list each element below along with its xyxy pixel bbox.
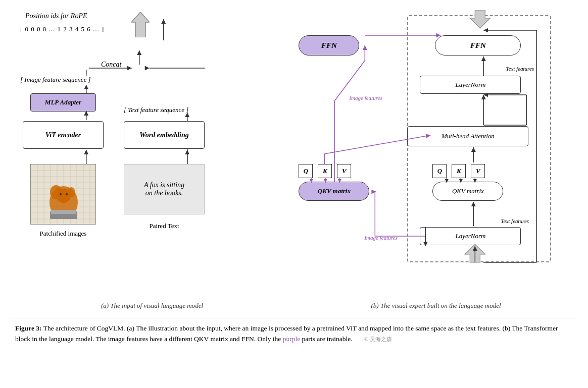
qkv-letters-left: Q K V	[299, 164, 351, 178]
caption-right: (b) The visual expert built on the langu…	[294, 302, 578, 310]
txt-feat-seq-label: [ Text feature sequence ]	[124, 106, 188, 114]
v-left: V	[337, 164, 351, 178]
ffn-right-box: FFN	[435, 35, 521, 56]
figure-description: Figure 3: The architecture of CogVLM. (a…	[10, 318, 578, 345]
patchified-images-label: Patchified images	[30, 230, 96, 238]
k-left: K	[318, 164, 332, 178]
fox-text-box: A fox is sitting on the books.	[124, 164, 205, 214]
svg-rect-41	[51, 210, 76, 214]
k-right: K	[452, 164, 466, 178]
q-left: Q	[299, 164, 313, 178]
text-feat-top-label: Text features	[506, 66, 534, 72]
layernorm-bottom-box: LayerNorm	[420, 227, 521, 245]
caption-left: (a) The input of visual language model	[10, 302, 294, 310]
fox-image	[30, 164, 96, 225]
right-diagram: FFN FFN Text features LayerNorm Image fe…	[283, 5, 578, 298]
svg-marker-50	[465, 244, 485, 262]
right-diagram-inner: FFN FFN Text features LayerNorm Image fe…	[288, 10, 573, 293]
svg-marker-1	[131, 12, 150, 37]
text-feat-bottom-label: Text features	[501, 218, 529, 224]
img-feat-seq-label: [ Image feature sequence ]	[20, 76, 91, 84]
captions-row: (a) The input of visual language model (…	[10, 302, 578, 310]
watermark: © 灵海之森	[364, 336, 392, 342]
figure-label: Figure 3:	[15, 324, 42, 332]
pos-ids-label: Position ids for RoPE	[25, 12, 87, 20]
paired-text-label: Paired Text	[124, 222, 205, 230]
word-embedding-box: Word embedding	[124, 121, 205, 149]
rope-arrow	[131, 12, 150, 39]
svg-point-38	[60, 193, 62, 195]
img-feat-top-label: Image features	[349, 95, 382, 101]
qkv-matrix-left: QKV matrix	[299, 182, 369, 201]
vit-encoder-box: ViT encoder	[23, 121, 104, 149]
qkv-letters-right: Q K V	[432, 164, 485, 178]
fox-text-line1: A fox is sitting	[144, 181, 184, 189]
concat-label: Concat	[101, 61, 121, 69]
svg-point-37	[57, 189, 71, 203]
left-diagram: Position ids for RoPE [ 0 0 0 0 ... 1 2	[10, 5, 278, 298]
left-diagram-svg	[15, 10, 273, 293]
img-feat-mid-label: Image features	[364, 235, 397, 241]
main-container: Position ids for RoPE [ 0 0 0 0 ... 1 2	[0, 0, 588, 350]
v-right: V	[471, 164, 485, 178]
left-diagram-inner: Position ids for RoPE [ 0 0 0 0 ... 1 2	[15, 10, 273, 293]
fox-text-line2: on the books.	[144, 189, 184, 197]
diagrams-row: Position ids for RoPE [ 0 0 0 0 ... 1 2	[10, 5, 578, 298]
mha-box: Muti-head Attention	[407, 126, 528, 146]
figure-purple-word: purple	[283, 335, 301, 343]
ffn-left-box: FFN	[299, 35, 359, 56]
q-right: Q	[432, 164, 447, 178]
svg-marker-45	[470, 10, 491, 28]
qkv-matrix-right: QKV matrix	[432, 182, 503, 201]
mlp-adapter-box: MLP Adapter	[30, 93, 96, 112]
pos-ids-array: [ 0 0 0 0 ... 1 2 3 4 5 6 ... ]	[20, 25, 104, 33]
layernorm-top-box: LayerNorm	[420, 76, 521, 94]
figure-text2: parts are trainable.	[300, 335, 352, 343]
svg-point-39	[66, 193, 68, 195]
